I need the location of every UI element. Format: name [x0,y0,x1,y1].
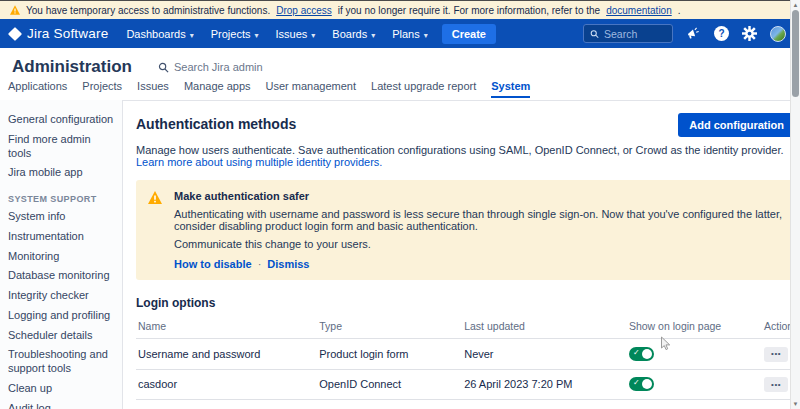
settings-gear-icon[interactable] [742,26,757,41]
sidebar-item-instrumentation[interactable]: Instrumentation [7,227,116,247]
tab-latest-upgrade-report[interactable]: Latest upgrade report [371,80,476,96]
drop-access-link[interactable]: Drop access [276,5,332,16]
toggle-knob [642,379,652,389]
sidebar-item-scheduler-details[interactable]: Scheduler details [7,326,116,346]
sidebar-item-database-monitoring[interactable]: Database monitoring [7,266,116,286]
row-actions-button[interactable] [764,377,788,392]
warning-body: Authenticating with username and passwor… [174,208,783,232]
warning-icon [10,5,20,15]
sidebar-item-general-configuration[interactable]: General configuration [7,110,116,130]
search-icon [158,62,169,73]
tab-user-management[interactable]: User management [266,80,357,96]
show-on-login-toggle[interactable] [629,347,654,361]
nav-menu: Dashboards Projects Issues Boards Plans [126,28,427,40]
column-header-name: Name [136,314,317,339]
cell-type: Product login form [317,339,462,370]
admin-access-banner: You have temporary access to administrat… [0,1,800,19]
nav-search[interactable] [583,24,673,43]
row-actions-button[interactable] [764,347,788,362]
check-icon [633,348,640,357]
navbar-right: ? [583,24,786,43]
vertical-scrollbar[interactable] [790,0,800,409]
nav-search-input[interactable] [604,28,666,40]
tab-manage-apps[interactable]: Manage apps [184,80,251,96]
page-title: Administration [12,57,132,77]
sidebar-item-clean-up[interactable]: Clean up [7,379,116,399]
table-row: Username and password Product login form… [136,339,795,370]
tab-issues[interactable]: Issues [137,80,169,96]
nav-item-plans[interactable]: Plans [392,28,428,40]
sidebar-item-troubleshooting[interactable]: Troubleshooting and support tools [7,345,116,379]
user-avatar[interactable] [770,26,786,42]
search-icon [590,29,599,39]
nav-item-projects[interactable]: Projects [211,28,259,40]
admin-search[interactable] [158,61,314,73]
table-row: casdoor OpenID Connect 26 April 2023 7:2… [136,369,795,400]
jira-logo-icon [8,26,22,40]
chevron-down-icon [311,28,315,40]
show-on-login-toggle[interactable] [629,377,654,391]
nav-item-dashboards[interactable]: Dashboards [126,28,193,40]
top-navbar: Jira Software Dashboards Projects Issues… [0,19,800,48]
toggle-knob [642,349,652,359]
column-header-last-updated: Last updated [462,314,627,339]
cell-name: casdoor [136,369,317,400]
sidebar-item-jira-mobile-app[interactable]: Jira mobile app [7,163,116,183]
add-configuration-button[interactable]: Add configuration [678,113,795,137]
sidebar-section-system-support: SYSTEM SUPPORT [8,194,116,204]
description-text: Manage how users authenticate. Save auth… [136,144,795,168]
cell-last-updated: Never [462,339,627,370]
column-header-type: Type [317,314,462,339]
warning-title: Make authentication safer [174,190,783,202]
nav-item-issues[interactable]: Issues [276,28,316,40]
login-options-title: Login options [136,296,795,310]
scroll-down-arrow-icon[interactable] [791,401,800,407]
chevron-down-icon [424,28,428,40]
nav-item-boards[interactable]: Boards [332,28,375,40]
jira-brand[interactable]: Jira Software [10,26,108,41]
help-icon[interactable]: ? [714,26,729,41]
how-to-disable-link[interactable]: How to disable [174,258,252,270]
admin-search-input[interactable] [174,61,314,73]
cell-type: OpenID Connect [317,369,462,400]
cell-name: Username and password [136,339,317,370]
description-body: Manage how users authenticate. Save auth… [136,144,784,156]
make-auth-safer-warning: Make authentication safer Authenticating… [136,180,795,280]
admin-header: Administration [0,48,800,80]
warning-body2: Communicate this change to your users. [174,238,783,250]
login-options-table: Name Type Last updated Show on login pag… [136,314,795,400]
banner-text: . [678,5,681,16]
scroll-up-arrow-icon[interactable] [791,2,800,8]
tab-system[interactable]: System [491,80,530,98]
learn-more-link[interactable]: Learn more about using multiple identity… [136,156,382,168]
announcements-icon[interactable] [686,27,701,41]
admin-tabs: Applications Projects Issues Manage apps… [0,80,800,100]
sidebar-item-find-more-admin-tools[interactable]: Find more admin tools [7,130,116,164]
documentation-link[interactable]: documentation [606,5,672,16]
main-content: Authentication methods Add configuration… [123,100,800,409]
separator: · [258,258,262,270]
chevron-down-icon [371,28,375,40]
brand-name: Jira Software [27,26,108,41]
create-button[interactable]: Create [442,24,496,44]
sidebar-item-monitoring[interactable]: Monitoring [7,247,116,267]
sidebar-item-system-info[interactable]: System info [7,207,116,227]
banner-text: You have temporary access to administrat… [26,5,270,16]
column-header-show-on-login-page: Show on login page [627,314,762,339]
check-icon [633,378,640,387]
tab-applications[interactable]: Applications [8,80,67,96]
dismiss-link[interactable]: Dismiss [267,258,309,270]
chevron-down-icon [190,28,194,40]
warning-icon [148,191,162,204]
sidebar-item-audit-log[interactable]: Audit log [7,399,116,409]
sidebar-item-integrity-checker[interactable]: Integrity checker [7,286,116,306]
mouse-cursor [660,336,672,352]
tab-projects[interactable]: Projects [82,80,122,96]
chevron-down-icon [254,28,258,40]
section-title-authentication-methods: Authentication methods [136,113,296,132]
scrollbar-thumb[interactable] [792,10,799,97]
sidebar-item-logging-and-profiling[interactable]: Logging and profiling [7,306,116,326]
admin-sidebar: General configuration Find more admin to… [0,100,123,409]
cell-last-updated: 26 April 2023 7:20 PM [462,369,627,400]
banner-text: if you no longer require it. For more in… [338,5,600,16]
